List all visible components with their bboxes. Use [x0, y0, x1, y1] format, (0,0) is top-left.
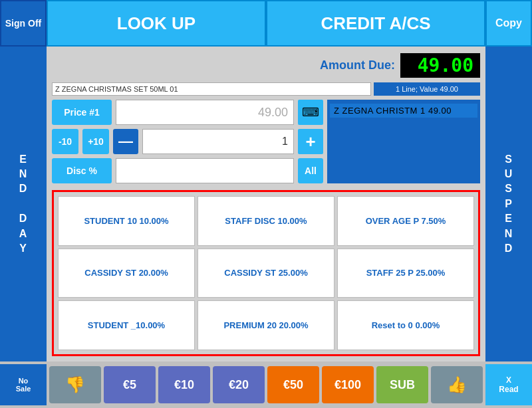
price-label: Price #1 [52, 100, 112, 125]
discount-cassidy25-button[interactable]: CASSIDY ST 25.00% [198, 249, 334, 298]
discount-staffdisc10-button[interactable]: STAFF DISC 10.00% [198, 196, 334, 246]
discount-student10-button[interactable]: STUDENT 10 10.00% [58, 196, 195, 246]
minus10-button[interactable]: -10 [52, 129, 78, 154]
credit-acs-button[interactable]: CREDIT A/CS [266, 0, 485, 47]
bottom-bar: NoSale 👎 €5 €10 €20 €50 €100 SUB 👍 XRead [0, 361, 532, 408]
discount-cassidy20-button[interactable]: CASSIDY ST 20.00% [58, 249, 195, 298]
end-day-label: END DAY [19, 152, 28, 256]
qty-input[interactable] [142, 129, 294, 154]
qty-row: -10 +10 — + [52, 129, 323, 154]
discount-buttons-grid: STUDENT 10 10.00%STAFF DISC 10.00%OVER A… [58, 196, 474, 350]
e20-button[interactable]: €20 [213, 366, 265, 403]
disc-label: Disc % [52, 158, 112, 183]
amount-due-row: Amount Due: 49.00 [52, 52, 480, 78]
all-button[interactable]: All [298, 158, 323, 183]
top-bar: Sign Off LOOK UP CREDIT A/CS Copy [0, 0, 532, 47]
suspend-label: SUSPEND [505, 152, 513, 256]
item-list-panel: Z ZEGNA CHRISTM 1 49.00 [327, 100, 480, 183]
plus-button[interactable]: + [298, 129, 323, 154]
x-read-label: XRead [499, 375, 518, 394]
disc-input[interactable] [116, 158, 294, 183]
item-name-bar: Z ZEGNA CHRISTMAS SET 50ML 01 [52, 82, 371, 96]
e5-button[interactable]: €5 [104, 366, 156, 403]
sign-off-button[interactable]: Sign Off [0, 0, 47, 47]
thumb-down-button[interactable]: 👎 [49, 366, 101, 403]
amount-due-value: 49.00 [400, 53, 480, 78]
suspend-button[interactable]: SUSPEND [485, 47, 532, 361]
discount-student10b-button[interactable]: STUDENT _10.00% [58, 300, 195, 350]
price-input[interactable] [116, 100, 294, 125]
discount-reset0-button[interactable]: Reset to 0 0.00% [337, 300, 474, 350]
e10-button[interactable]: €10 [158, 366, 210, 403]
look-up-button[interactable]: LOOK UP [47, 0, 266, 47]
main-area: END DAY Amount Due: 49.00 Z ZEGNA CHRIST… [0, 47, 532, 361]
minus-button[interactable]: — [113, 129, 138, 154]
amount-due-label: Amount Due: [320, 58, 395, 72]
copy-button[interactable]: Copy [485, 0, 532, 47]
sub-button[interactable]: SUB [376, 366, 428, 403]
no-sale-button[interactable]: NoSale [0, 364, 47, 405]
disc-row: Disc % All [52, 158, 323, 183]
discount-overage75-button[interactable]: OVER AGE P 7.50% [337, 196, 474, 246]
no-sale-label: NoSale [16, 377, 31, 393]
e100-button[interactable]: €100 [322, 366, 374, 403]
left-controls: Price #1 ⌨ -10 +10 — + Disc % All [52, 100, 323, 183]
item-list-entry: Z ZEGNA CHRISTM 1 49.00 [330, 104, 477, 118]
top-section: Price #1 ⌨ -10 +10 — + Disc % All [52, 100, 480, 183]
x-read-button[interactable]: XRead [485, 364, 532, 405]
discount-staff25-button[interactable]: STAFF 25 P 25.00% [337, 249, 474, 298]
discount-buttons-container: STUDENT 10 10.00%STAFF DISC 10.00%OVER A… [52, 190, 480, 356]
center-content: Amount Due: 49.00 Z ZEGNA CHRISTMAS SET … [47, 47, 485, 361]
e50-button[interactable]: €50 [267, 366, 319, 403]
item-info-bar: Z ZEGNA CHRISTMAS SET 50ML 01 1 Line; Va… [52, 82, 480, 96]
thumb-up-button[interactable]: 👍 [431, 366, 483, 403]
end-day-button[interactable]: END DAY [0, 47, 47, 361]
keyboard-icon[interactable]: ⌨ [298, 100, 323, 125]
discount-premium20-button[interactable]: PREMIUM 20 20.00% [198, 300, 334, 350]
item-line-bar: 1 Line; Value 49.00 [374, 82, 480, 96]
plus10-button[interactable]: +10 [82, 129, 109, 154]
price-row: Price #1 ⌨ [52, 100, 323, 125]
